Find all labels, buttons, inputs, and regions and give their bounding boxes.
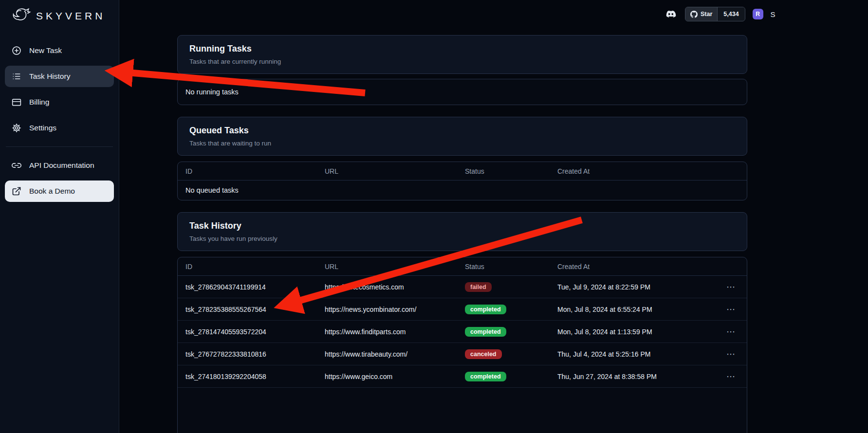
plus-circle-icon <box>12 46 21 55</box>
column-header-id: ID <box>178 167 317 175</box>
main-content: Running Tasks Tasks that are currently r… <box>177 35 747 433</box>
sidebar-item-task-history[interactable]: Task History <box>5 66 114 87</box>
row-actions-button[interactable]: ⋯ <box>723 304 738 315</box>
task-created-at: Mon, Jul 8, 2024 at 1:13:59 PM <box>550 328 716 336</box>
queued-tasks-section: Queued Tasks Tasks that are waiting to r… <box>177 117 747 200</box>
task-url: https://www.finditparts.com <box>317 328 457 336</box>
task-created-at: Mon, Jul 8, 2024 at 6:55:24 PM <box>550 306 716 313</box>
table-header-row: ID URL Status Created At <box>178 257 747 276</box>
task-created-at: Tue, Jul 9, 2024 at 8:22:59 PM <box>550 283 716 291</box>
task-history-header: Task History Tasks you have run previous… <box>177 212 747 251</box>
table-row[interactable]: tsk_274180139292204058 https://www.geico… <box>178 365 747 388</box>
sidebar-item-label: Task History <box>29 72 70 81</box>
table-header-row: ID URL Status Created At <box>178 162 747 180</box>
brand-logo: SKYVERN <box>5 0 114 29</box>
queued-tasks-header: Queued Tasks Tasks that are waiting to r… <box>177 117 747 156</box>
sidebar: SKYVERN New Task Task History Billing <box>0 0 119 433</box>
sidebar-item-label: New Task <box>29 46 62 55</box>
queued-tasks-empty-message: No queued tasks <box>178 180 747 200</box>
section-subtitle: Tasks that are currently running <box>189 58 735 65</box>
github-star-button[interactable]: Star 5,434 <box>685 7 745 21</box>
primary-nav: New Task Task History Billing Settings <box>5 40 114 139</box>
task-url: https://www.geico.com <box>317 373 457 380</box>
table-row[interactable]: tsk_276727822333810816 https://www.tirab… <box>178 343 747 365</box>
table-row[interactable]: tsk_278147405593572204 https://www.findi… <box>178 321 747 343</box>
status-badge: completed <box>465 327 506 337</box>
sidebar-item-billing[interactable]: Billing <box>5 91 114 113</box>
row-actions-button[interactable]: ⋯ <box>723 326 738 337</box>
sidebar-item-api-documentation[interactable]: API Documentation <box>5 155 114 176</box>
queued-tasks-table: ID URL Status Created At No queued tasks <box>177 162 747 200</box>
column-header-id: ID <box>178 263 317 271</box>
sidebar-item-label: API Documentation <box>29 161 94 170</box>
skyvern-dragon-icon <box>11 6 32 26</box>
column-header-created-at: Created At <box>550 263 716 271</box>
task-id: tsk_278147405593572204 <box>178 328 317 336</box>
sidebar-item-new-task[interactable]: New Task <box>5 40 114 61</box>
user-name-partial: S <box>771 10 776 18</box>
section-subtitle: Tasks that are waiting to run <box>189 140 735 147</box>
column-header-created-at: Created At <box>550 167 716 175</box>
sidebar-divider <box>6 146 113 147</box>
task-id: tsk_276727822333810816 <box>178 350 317 358</box>
task-id: tsk_278235388555267564 <box>178 306 317 313</box>
external-link-icon <box>12 186 21 196</box>
sidebar-item-label: Billing <box>29 98 49 107</box>
column-header-url: URL <box>317 263 457 271</box>
task-created-at: Thu, Jul 4, 2024 at 5:25:16 PM <box>550 350 716 358</box>
sidebar-item-label: Book a Demo <box>29 187 75 196</box>
column-header-url: URL <box>317 167 457 175</box>
section-title: Running Tasks <box>189 44 735 54</box>
brand-name: SKYVERN <box>36 10 105 22</box>
task-url: https://news.ycombinator.com/ <box>317 306 457 313</box>
column-header-status: Status <box>457 167 550 175</box>
link-icon <box>12 161 21 170</box>
credit-card-icon <box>12 97 21 107</box>
section-title: Task History <box>189 221 735 231</box>
section-title: Queued Tasks <box>189 126 735 136</box>
row-actions-button[interactable]: ⋯ <box>723 349 738 360</box>
column-header-status: Status <box>457 263 550 271</box>
status-badge: canceled <box>465 349 502 359</box>
task-history-table: ID URL Status Created At tsk_27862904374… <box>177 257 747 433</box>
section-subtitle: Tasks you have run previously <box>189 235 735 242</box>
task-url: https://tartecosmetics.com <box>317 283 457 291</box>
row-actions-button[interactable]: ⋯ <box>723 371 738 382</box>
task-created-at: Thu, Jun 27, 2024 at 8:38:58 PM <box>550 373 716 380</box>
task-id: tsk_274180139292204058 <box>178 373 317 380</box>
discord-icon[interactable] <box>663 8 678 20</box>
sidebar-item-label: Settings <box>29 124 56 132</box>
table-row[interactable]: tsk_278235388555267564 https://news.ycom… <box>178 298 747 321</box>
avatar[interactable]: R <box>753 9 763 19</box>
running-tasks-header: Running Tasks Tasks that are currently r… <box>177 35 747 74</box>
sidebar-item-book-a-demo[interactable]: Book a Demo <box>5 180 114 202</box>
github-star-label: Star <box>701 11 712 18</box>
running-tasks-empty-message: No running tasks <box>177 79 747 105</box>
list-icon <box>12 72 21 81</box>
topbar: Star 5,434 R S <box>663 7 776 21</box>
task-history-section: Task History Tasks you have run previous… <box>177 212 747 433</box>
secondary-nav: API Documentation Book a Demo <box>5 155 114 202</box>
running-tasks-section: Running Tasks Tasks that are currently r… <box>177 35 747 105</box>
table-row[interactable]: tsk_278629043741199914 https://tartecosm… <box>178 276 747 298</box>
task-id: tsk_278629043741199914 <box>178 283 317 291</box>
status-badge: completed <box>465 305 506 314</box>
sidebar-item-settings[interactable]: Settings <box>5 117 114 139</box>
github-icon <box>690 11 698 18</box>
status-badge: failed <box>465 282 492 292</box>
gear-icon <box>12 123 21 133</box>
github-star-count: 5,434 <box>717 7 744 21</box>
row-actions-button[interactable]: ⋯ <box>723 282 738 292</box>
status-badge: completed <box>465 372 506 381</box>
task-url: https://www.tirabeauty.com/ <box>317 350 457 358</box>
